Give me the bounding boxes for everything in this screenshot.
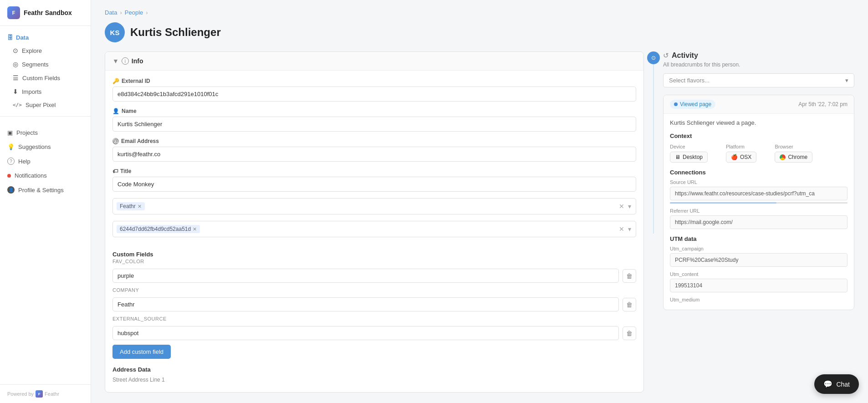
title-input[interactable] [112, 177, 636, 192]
sidebar-divider [0, 116, 91, 117]
name-group: 👤 Name [112, 108, 636, 132]
toggle-icon[interactable]: ▼ [112, 57, 119, 65]
breadcrumb-sep1: › [120, 9, 122, 16]
title-group: 🏷 Title [112, 168, 636, 192]
suggestions-icon: 💡 [7, 143, 15, 150]
custom-fields-icon: ☰ [13, 74, 19, 82]
external-id-group: 🔑 External ID [112, 78, 636, 102]
sidebar-section-data[interactable]: 🗄 Data [0, 31, 91, 44]
source-url-label: Source URL [670, 179, 848, 185]
context-platform: Platform 🍎 OSX [726, 144, 756, 163]
activity-header: ↺ Activity [663, 51, 854, 60]
chat-icon: 💬 [823, 380, 832, 388]
title-label-icon: 🏷 [112, 168, 118, 174]
custom-field-company-input[interactable] [112, 297, 619, 311]
tag-input-2[interactable]: 6244d7dd62fb4d9cd52aa51d ✕ ✕ ▾ [112, 221, 636, 237]
delete-fav-button[interactable]: 🗑 [623, 269, 636, 283]
delete-company-button[interactable]: 🗑 [623, 298, 636, 311]
flavor-placeholder: Select flavors... [669, 77, 710, 84]
context-browser: Browser Chrome [775, 144, 812, 163]
feathr-footer-logo: F [36, 390, 43, 398]
device-label: Device [670, 144, 708, 149]
chat-fab[interactable]: 💬 Chat [814, 374, 859, 394]
url-scrollbar[interactable] [670, 202, 848, 204]
custom-field-row-fav: 🗑 [112, 269, 636, 283]
breadcrumb: Data › People › [105, 9, 854, 16]
sidebar-bottom: ▣ Projects 💡 Suggestions ? Help Notifica… [0, 121, 91, 197]
custom-field-fav-input[interactable] [112, 269, 619, 283]
notifications-dot [7, 174, 11, 178]
imports-icon: ⬇ [13, 88, 18, 95]
context-grid: Device 🖥 Desktop Platform 🍎 O [670, 144, 848, 163]
profile-icon: 👤 [7, 186, 15, 194]
add-custom-field-button[interactable]: Add custom field [112, 345, 171, 359]
person-name: Kurtis Schlienger [130, 26, 221, 39]
main-content: Data › People › KS Kurtis Schlienger ▼ i… [91, 0, 868, 403]
external-id-input[interactable] [112, 87, 636, 102]
tag-1-clear[interactable]: ✕ [618, 202, 625, 211]
sidebar-item-suggestions[interactable]: 💡 Suggestions [0, 140, 91, 154]
info-section-title: Info [132, 57, 143, 65]
sidebar-item-imports[interactable]: ⬇ Imports [0, 85, 91, 98]
timeline-dot: ⊙ [647, 51, 660, 64]
page-header: KS Kurtis Schlienger [105, 22, 854, 42]
chat-label: Chat [836, 381, 850, 388]
custom-field-row-company: 🗑 [112, 297, 636, 311]
name-input[interactable] [112, 117, 636, 132]
custom-field-ext-input[interactable] [112, 326, 619, 340]
browser-label: Browser [775, 144, 812, 149]
explore-icon: ⊙ [13, 47, 18, 54]
custom-fields-subtitle-ext: external_source [112, 316, 636, 321]
url-scroll-thumb [670, 202, 776, 204]
brand-logo: F [7, 6, 20, 19]
info-panel: ▼ i Info 🔑 External ID 👤 Name [105, 51, 644, 393]
tag-id-remove[interactable]: ✕ [193, 226, 197, 232]
breadcrumb-people[interactable]: People [125, 9, 143, 16]
activity-description: Kurtis Schlienger viewed a page. [670, 119, 848, 126]
tag-id: 6244d7dd62fb4d9cd52aa51d ✕ [117, 225, 200, 233]
utm-content-value: 199513104 [670, 279, 848, 292]
tag-feathr-remove[interactable]: ✕ [138, 204, 142, 209]
breadcrumb-data[interactable]: Data [105, 9, 117, 16]
custom-field-row-ext: 🗑 [112, 326, 636, 340]
activity-panel: ↺ Activity All breadcrumbs for this pers… [663, 51, 854, 310]
breadcrumb-sep2: › [146, 9, 148, 16]
delete-ext-button[interactable]: 🗑 [623, 326, 636, 340]
address-section: Address Data Street Address Line 1 [105, 366, 643, 392]
info-section-header: ▼ i Info [105, 52, 643, 71]
sidebar-item-explore[interactable]: ⊙ Explore [0, 44, 91, 57]
name-label-icon: 👤 [112, 108, 119, 114]
sidebar-item-segments[interactable]: ◎ Segments [0, 57, 91, 71]
context-section: Context Device 🖥 Desktop Platform [670, 133, 848, 163]
tag-2-clear[interactable]: ✕ [618, 224, 625, 234]
sidebar-item-custom-fields[interactable]: ☰ Custom Fields [0, 71, 91, 85]
address-section-title: Address Data [112, 366, 636, 373]
sidebar: F Feathr Sandbox 🗄 Data ⊙ Explore ◎ Segm… [0, 0, 91, 403]
sidebar-footer: Powered by F Feathr [0, 384, 91, 403]
referrer-url-label: Referrer URL [670, 208, 848, 214]
form-section: 🔑 External ID 👤 Name @ Email Addre [105, 71, 643, 251]
street-address-label: Street Address Line 1 [112, 377, 636, 383]
tag-2-dropdown[interactable]: ▾ [627, 224, 632, 234]
sidebar-nav: 🗄 Data ⊙ Explore ◎ Segments ☰ Custom Fie… [0, 26, 91, 384]
email-input[interactable] [112, 147, 636, 162]
connections-title: Connections [670, 169, 848, 176]
platform-label: Platform [726, 144, 756, 149]
email-label: @ Email Address [112, 138, 636, 144]
source-url-value: https://www.feathr.co/resources/case-stu… [670, 187, 848, 200]
tag-1-controls: ✕ ▾ [618, 202, 632, 211]
custom-fields-title: Custom Fields [112, 251, 636, 258]
flavor-select[interactable]: Select flavors... ▾ [663, 73, 854, 87]
tag-input-1[interactable]: Feathr ✕ ✕ ▾ [112, 198, 636, 214]
sidebar-item-profile[interactable]: 👤 Profile & Settings [0, 183, 91, 197]
tag-row-2-group: 6244d7dd62fb4d9cd52aa51d ✕ ✕ ▾ [112, 221, 636, 237]
sidebar-item-super-pixel[interactable]: </> Super Pixel [0, 98, 91, 112]
timeline-divider: ⊙ [653, 51, 654, 234]
sidebar-item-help[interactable]: ? Help [0, 154, 91, 168]
context-device: Device 🖥 Desktop [670, 144, 708, 163]
sidebar-item-notifications[interactable]: Notifications [0, 168, 91, 183]
flavor-chevron-icon: ▾ [845, 77, 848, 84]
sidebar-item-projects[interactable]: ▣ Projects [0, 126, 91, 140]
tag-1-dropdown[interactable]: ▾ [627, 202, 632, 211]
brand-header[interactable]: F Feathr Sandbox [0, 0, 91, 26]
